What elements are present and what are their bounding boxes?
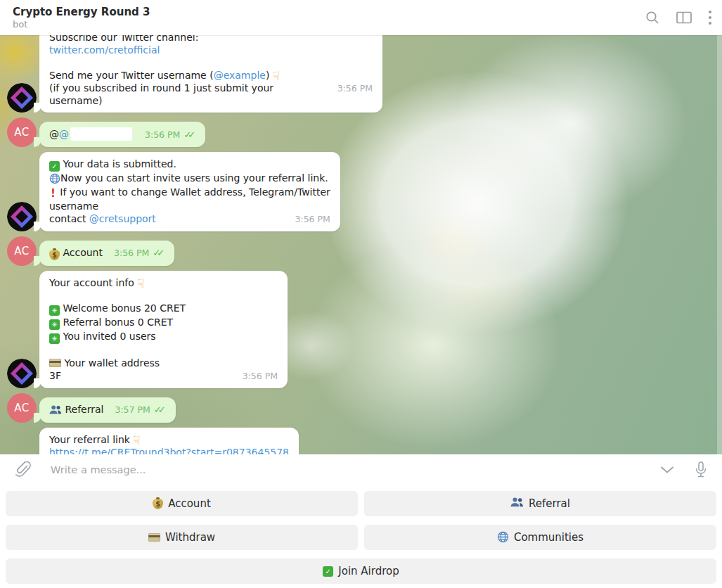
twitter-channel-link[interactable]: twitter.com/cretofficial (49, 44, 160, 56)
message-row: AC @@ 3:56 PM (7, 117, 722, 147)
globe-icon (497, 531, 509, 544)
bot-keyboard: Account Referral Withdraw Communities Jo… (0, 485, 722, 588)
credit-card-icon (49, 359, 61, 367)
kb-button-withdraw[interactable]: Withdraw (6, 525, 358, 550)
mic-icon[interactable] (695, 461, 707, 478)
message-text: (if you subscribed in round 1 just submi… (49, 82, 326, 107)
menu-icon[interactable] (708, 10, 712, 25)
user-avatar[interactable]: AC (7, 236, 37, 266)
telegram-chat-window: Crypto Energy Round 3 bot (0, 0, 722, 588)
message-row: Your data is submitted. Now you can star… (7, 152, 722, 231)
redacted-username (70, 127, 132, 141)
message-row: Your referral link https://t.me/CRETroun… (7, 428, 722, 454)
attach-icon[interactable] (15, 461, 31, 478)
columns-icon[interactable] (676, 11, 692, 25)
two-users-icon (49, 404, 62, 417)
read-checks-icon (154, 404, 166, 416)
asterisk-icon (49, 333, 60, 344)
search-icon[interactable] (645, 10, 660, 25)
user-avatar[interactable]: AC (7, 393, 37, 423)
message-text: contact @cretsupport (49, 212, 156, 225)
bot-message-bubble: Subscribe our Twitter channel: twitter.c… (39, 35, 382, 113)
check-mark-icon (49, 161, 60, 172)
bot-avatar[interactable] (7, 83, 37, 113)
message-time: 3:56 PM (114, 247, 149, 260)
composer: Write a message... (0, 454, 722, 485)
mention-link[interactable]: @ (59, 129, 69, 140)
message-text: @@ (49, 127, 132, 141)
message-time: 3:56 PM (243, 370, 278, 383)
check-mark-icon (323, 566, 333, 577)
mention-link[interactable]: @example (214, 70, 266, 81)
message-time: 3:57 PM (115, 404, 150, 416)
message-text: Referral (49, 403, 103, 417)
bot-message-bubble: Your referral link https://t.me/CRETroun… (39, 428, 299, 454)
clipped-text: Subscribe our Twitter channel: (49, 35, 373, 44)
read-checks-icon (153, 247, 165, 260)
read-checks-icon (183, 129, 195, 141)
message-row: Your account info Welcome bonus 20 CRET … (7, 271, 722, 388)
kb-button-account[interactable]: Account (6, 491, 358, 516)
user-message-bubble: Account 3:56 PM (39, 241, 174, 266)
message-row: AC Referral 3:57 PM (7, 393, 722, 423)
message-time: 3:56 PM (145, 129, 180, 141)
referral-link[interactable]: https://t.me/CRETround3bot?start=r087364… (49, 447, 289, 454)
kb-button-referral[interactable]: Referral (364, 491, 716, 516)
message-input[interactable]: Write a message... (51, 464, 639, 475)
kb-button-join-airdrop[interactable]: Join Airdrop (6, 558, 716, 584)
wallet-address: 3F (49, 369, 61, 382)
user-message-bubble: Referral 3:57 PM (39, 397, 176, 423)
user-avatar[interactable]: AC (7, 117, 37, 147)
message-list: Subscribe our Twitter channel: twitter.c… (0, 35, 722, 454)
money-bag-icon (153, 499, 163, 509)
asterisk-icon (49, 305, 60, 316)
globe-icon (49, 173, 60, 186)
chat-subtitle: bot (13, 19, 645, 30)
two-users-icon (510, 497, 524, 510)
bot-message-bubble: Your data is submitted. Now you can star… (39, 152, 340, 231)
message-time: 3:56 PM (337, 82, 373, 95)
point-down-icon (273, 71, 280, 81)
bot-avatar[interactable] (7, 202, 37, 231)
message-text: Send me your Twitter username (@example) (49, 69, 373, 82)
message-row: AC Account 3:56 PM (7, 236, 722, 266)
bot-message-bubble: Your account info Welcome bonus 20 CRET … (39, 271, 288, 388)
money-bag-icon (49, 250, 60, 260)
bot-avatar[interactable] (7, 359, 37, 388)
chat-info[interactable]: Crypto Energy Round 3 bot (13, 6, 645, 30)
chat-title: Crypto Energy Round 3 (13, 6, 645, 19)
chat-header: Crypto Energy Round 3 bot (0, 0, 722, 35)
kb-button-communities[interactable]: Communities (364, 525, 716, 550)
message-row: Subscribe our Twitter channel: twitter.c… (7, 35, 722, 113)
message-time: 3:56 PM (295, 213, 330, 226)
point-down-icon (137, 279, 144, 288)
asterisk-icon (49, 319, 60, 330)
credit-card-icon (148, 533, 160, 542)
exclamation-icon (49, 187, 57, 200)
keyboard-toggle-icon[interactable] (660, 466, 674, 474)
message-text: Account (49, 246, 103, 260)
user-message-bubble: @@ 3:56 PM (39, 122, 205, 147)
support-mention-link[interactable]: @cretsupport (89, 213, 156, 224)
point-down-icon (133, 435, 140, 445)
